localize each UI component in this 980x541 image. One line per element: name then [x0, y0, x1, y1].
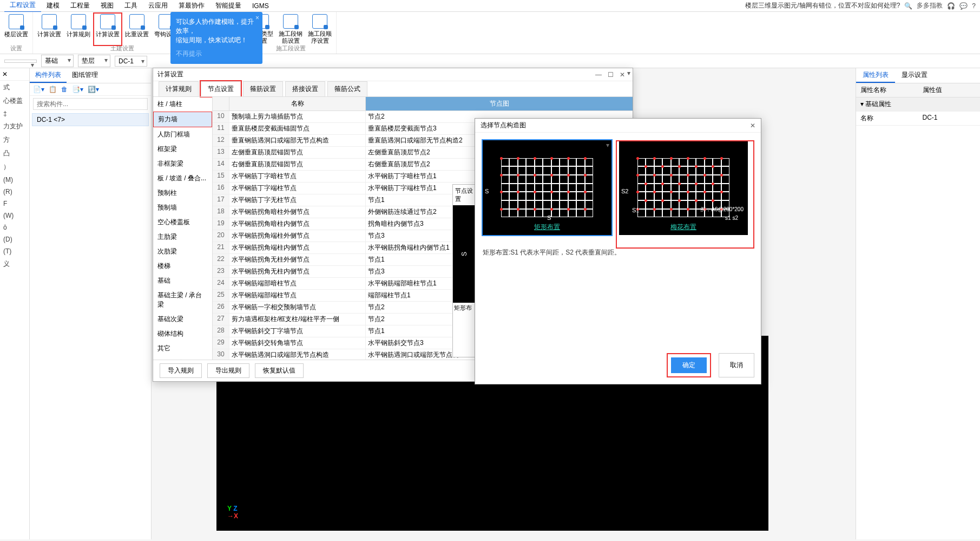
tooltip-text: 可以多人协作建模啦，提升效率， — [176, 17, 257, 36]
calc-side-item[interactable]: 非框架梁 — [153, 157, 212, 171]
menu-item-7[interactable]: 智能提量 — [210, 0, 247, 12]
node-option-plum[interactable]: S2 S1 例：A6@200*200 s1 s2 梅花布置 — [619, 140, 748, 235]
calc-side-item[interactable]: 次肋梁 — [153, 244, 212, 259]
help-question-link[interactable]: 楼层三维显示图元/轴网有错位，位置不对应如何处理? — [745, 1, 900, 10]
ribbon-btn-calc-rules[interactable]: 计算规则 — [65, 14, 91, 44]
tab-properties[interactable]: 属性列表 — [856, 68, 895, 83]
menu-item-6[interactable]: 算最协作 — [173, 0, 210, 12]
calc-side-item[interactable]: 空心楼盖板 — [153, 215, 212, 230]
selector-layer[interactable]: 垫层 — [78, 55, 110, 67]
calc-side-item[interactable]: 柱 / 墙柱 — [153, 97, 212, 112]
node-option-rect[interactable]: S S 矩形布置 — [483, 140, 611, 235]
left-category-item[interactable]: ‡ — [0, 108, 29, 120]
calc-tab-1[interactable]: 节点设置 — [201, 81, 241, 96]
prop-row-name-value[interactable]: DC-1 — [918, 112, 981, 125]
left-category-item[interactable]: (W) — [0, 210, 29, 221]
calc-side-item[interactable]: 板 / 坡道 / 叠合... — [153, 171, 212, 186]
left-category-item[interactable]: 凸 — [0, 147, 29, 160]
left-category-item[interactable]: (M) — [0, 174, 29, 186]
axis-gizmo: Y Z→X — [227, 505, 238, 520]
left-category-item[interactable]: (R) — [0, 186, 29, 198]
node-settings-panel: 节点设置 S 矩形布 — [452, 184, 476, 357]
prop-col-value: 属性值 — [918, 83, 981, 97]
copy-icon[interactable]: 📋 — [49, 86, 57, 93]
headset-icon[interactable]: 🎧 — [947, 2, 955, 10]
component-list-item[interactable]: DC-1 <7> — [32, 113, 149, 126]
dialog-title: 计算设置 — [157, 70, 593, 79]
left-category-item[interactable]: 力支护 — [0, 120, 29, 133]
calc-side-item[interactable]: 基坑支护 — [153, 356, 212, 360]
ribbon-btn-floor-settings[interactable]: 楼层设置 — [3, 14, 29, 44]
minimize-icon[interactable]: — — [593, 71, 604, 79]
calc-side-item[interactable]: 主肋梁 — [153, 230, 212, 244]
reset-default-button[interactable]: 恢复默认值 — [255, 363, 304, 378]
opt2-example-label: 例：A6@200*200 — [700, 206, 744, 213]
menu-item-2[interactable]: 工程量 — [65, 0, 95, 12]
left-category-item[interactable]: ō — [0, 221, 29, 233]
calc-tab-3[interactable]: 搭接设置 — [285, 81, 325, 96]
stub-s-label: S — [461, 252, 468, 256]
main-menu-bar: 工程设置 建模 工程量 视图 工具 云应用 算最协作 智能提量 IGMS 楼层三… — [0, 0, 980, 12]
left-col-close[interactable]: ✕ — [0, 68, 29, 81]
tab-display-settings[interactable]: 显示设置 — [895, 68, 934, 83]
selector-component[interactable]: DC-1 — [115, 56, 147, 67]
calc-side-item[interactable]: 预制墙 — [153, 200, 212, 215]
layer-icon[interactable]: 📑▾ — [72, 86, 83, 93]
close-icon[interactable]: ✕ — [616, 71, 628, 79]
component-search-input[interactable] — [33, 98, 148, 110]
menu-item-1[interactable]: 建模 — [41, 0, 65, 12]
left-category-item[interactable]: F — [0, 198, 29, 210]
calc-side-item[interactable]: 剪力墙 — [153, 112, 212, 127]
filter-icon[interactable]: 🔃▾ — [88, 86, 99, 93]
cancel-button[interactable]: 取消 — [719, 353, 754, 377]
calc-tab-4[interactable]: 箍筋公式 — [327, 81, 367, 96]
left-category-item[interactable]: 式 — [0, 81, 29, 94]
import-rules-button[interactable]: 导入规则 — [160, 363, 202, 378]
calc-side-item[interactable]: 框架梁 — [153, 142, 212, 157]
left-category-item[interactable]: (D) — [0, 233, 29, 245]
calc-side-item[interactable]: 基础 — [153, 273, 212, 288]
ribbon-btn-weight-settings[interactable]: 比重设置 — [124, 14, 150, 44]
calc-side-item[interactable]: 基础次梁 — [153, 312, 212, 327]
tab-drawing-mgmt[interactable]: 图纸管理 — [67, 68, 103, 83]
menu-item-0[interactable]: 工程设置 — [4, 0, 41, 12]
left-category-item[interactable]: 方 — [0, 133, 29, 147]
selector-foundation[interactable]: 基础 — [41, 55, 74, 67]
ribbon-btn-calc-settings-1[interactable]: 计算设置 — [36, 14, 62, 44]
calc-tab-0[interactable]: 计算规则 — [159, 81, 199, 96]
calc-side-item[interactable]: 其它 — [153, 341, 212, 356]
ribbon-btn-calc-settings-hl[interactable]: 计算设置 — [95, 14, 121, 44]
tooltip-noremind-link[interactable]: 不再提示 — [176, 49, 257, 58]
tooltip-close-icon[interactable]: × — [255, 14, 259, 22]
maximize-icon[interactable]: ☐ — [604, 71, 616, 79]
left-category-item[interactable]: 心楼盖 — [0, 94, 29, 108]
export-rules-button[interactable]: 导出规则 — [207, 363, 249, 378]
calc-side-item[interactable]: 人防门框墙 — [153, 127, 212, 142]
calc-tab-2[interactable]: 箍筋设置 — [243, 81, 283, 96]
ribbon-btn-seg-rebar[interactable]: 施工段钢筋设置 — [278, 14, 304, 44]
ok-button[interactable]: 确定 — [671, 357, 707, 373]
delete-icon[interactable]: 🗑 — [61, 86, 68, 93]
calc-side-item[interactable]: 预制柱 — [153, 186, 212, 200]
ribbon-btn-seg-order[interactable]: 施工段顺序设置 — [307, 14, 333, 44]
node-dialog-close-icon[interactable]: ✕ — [750, 122, 755, 129]
tab-component-list[interactable]: 构件列表 — [30, 68, 67, 83]
menu-item-8[interactable]: IGMS — [247, 1, 274, 11]
search-icon[interactable]: 🔍 — [904, 2, 912, 10]
left-category-item[interactable]: ） — [0, 160, 29, 174]
left-category-item[interactable]: (T) — [0, 245, 29, 257]
node-option-rect-caption: 矩形布置 — [483, 223, 611, 232]
menu-item-3[interactable]: 视图 — [95, 0, 119, 12]
help-more-link[interactable]: 多多指教 — [917, 1, 943, 10]
new-icon[interactable]: 📄▾ — [33, 86, 44, 93]
calc-side-item[interactable]: 楼梯 — [153, 259, 212, 273]
left-category-item[interactable]: 义 — [0, 257, 29, 271]
chat-icon[interactable]: 💬 — [959, 2, 968, 10]
selector-1[interactable] — [4, 60, 37, 63]
menu-item-5[interactable]: 云应用 — [143, 0, 173, 12]
help-icon[interactable]: ? — [972, 2, 976, 10]
calc-side-item[interactable]: 基础主梁 / 承台梁 — [153, 288, 212, 312]
menu-item-4[interactable]: 工具 — [119, 0, 143, 12]
prop-section-basic[interactable]: ▾ 基础属性 — [856, 97, 980, 112]
calc-side-item[interactable]: 砌体结构 — [153, 327, 212, 341]
